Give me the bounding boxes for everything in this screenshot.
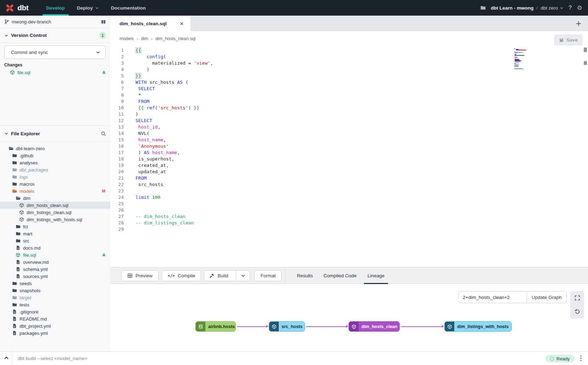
folder-icon (12, 181, 17, 186)
tree-item-.github[interactable]: .github (0, 152, 110, 159)
line-number: 2 (110, 54, 128, 60)
line-number: 9 (110, 98, 128, 105)
commit-options-dropdown[interactable] (90, 46, 105, 59)
tree-item-dim_listings_with_hosts.sql[interactable]: dim_listings_with_hosts.sql (0, 216, 110, 223)
breadcrumb-models[interactable]: models (120, 36, 134, 41)
lineage-filter-input[interactable] (458, 291, 527, 303)
breadcrumb-dim[interactable]: dim (141, 36, 148, 41)
commit-and-sync-button[interactable]: Commit and sync (4, 45, 106, 59)
tree-item-fct[interactable]: fct (0, 223, 110, 230)
tab-dim-hosts-clean[interactable]: dim_hosts_clean.sql (110, 16, 191, 32)
nav-develop[interactable]: Develop (46, 5, 65, 11)
tree-item-overview.md[interactable]: overview.md (0, 258, 110, 266)
tree-item-docs.md[interactable]: docs.md (0, 244, 110, 251)
git-branch-row[interactable]: mwong-dev-branch (0, 16, 110, 28)
toolbar-divider (285, 267, 285, 284)
file-icon (12, 316, 17, 321)
tree-item-models[interactable]: modelsM (0, 187, 110, 195)
tab-compiled-code[interactable]: Compiled Code (323, 273, 356, 278)
tree-item-dim_hosts_clean.sql[interactable]: dim_hosts_clean.sql (0, 202, 110, 209)
ide-status-badge[interactable]: Ready (545, 355, 575, 363)
lineage-node-src_hosts[interactable]: src_hosts (269, 321, 305, 332)
command-input[interactable]: dbt build --select <model_name> (18, 352, 88, 365)
tree-item-README.md[interactable]: README.md (0, 315, 110, 322)
compile-button[interactable]: </> Compile (162, 270, 201, 281)
build-button[interactable]: Build (204, 271, 233, 281)
code-icon: </> (168, 273, 175, 278)
tree-item-label: tests (20, 302, 29, 307)
lineage-node-airbnb.hosts[interactable]: airbnb.hosts (195, 321, 236, 332)
editor-scrollbar[interactable] (584, 47, 587, 266)
breadcrumb: models › dim › dim_hosts_clean.sql (110, 31, 588, 47)
tree-item-seeds[interactable]: seeds (0, 280, 110, 287)
tree-item-dbt_packages[interactable]: dbt_packages (0, 166, 110, 173)
tree-item-schema.yml[interactable]: schema.yml (0, 266, 110, 273)
tree-item-tests[interactable]: tests (0, 301, 110, 308)
tree-item-mart[interactable]: mart (0, 230, 110, 237)
git-status-badge: A (102, 70, 105, 75)
editor-minimap[interactable] (514, 48, 528, 70)
nav-deploy[interactable]: Deploy (77, 5, 99, 11)
sidebar: mwong-dev-branch Version Control 1 Commi… (0, 16, 111, 352)
tree-item-label: dim_listings_clean.sql (27, 210, 71, 215)
account-switcher[interactable]: dbt Learn - mwong / dbt zero (491, 5, 564, 11)
project-selector[interactable]: dbt zero (540, 5, 564, 11)
tab-lineage[interactable]: Lineage (367, 273, 384, 278)
version-control-header[interactable]: Version Control 1 (0, 28, 110, 43)
help-icon[interactable]: ? (568, 5, 572, 11)
reset-view-icon[interactable] (575, 309, 580, 315)
scrollbar-thumb[interactable] (584, 61, 587, 65)
dbt-logo[interactable]: dbt (0, 3, 34, 13)
code-line-27: 27-- dim_hosts_clean (110, 213, 567, 220)
code-line-10: 10 {{ ref('src_hosts') }} (110, 105, 567, 111)
folder-icon (12, 295, 17, 300)
new-tab-button[interactable] (576, 21, 582, 27)
split-panels-icon[interactable] (101, 19, 106, 24)
tree-item-macros[interactable]: macros (0, 180, 110, 187)
scrollbar-thumb[interactable] (584, 48, 587, 52)
tree-item-dim[interactable]: dim (0, 195, 110, 202)
tree-item-label: sources.yml (23, 274, 48, 279)
fullscreen-icon[interactable] (575, 295, 580, 301)
tree-item-analyses[interactable]: analyses (0, 159, 110, 166)
gear-icon[interactable]: ⚙ (577, 5, 582, 11)
tree-item-dbt-learn-zero[interactable]: dbt-learn-zero (0, 145, 110, 152)
tab-results[interactable]: Results (297, 273, 313, 278)
file-icon (16, 267, 21, 272)
breadcrumb-file[interactable]: dim_hosts_clean.sql (155, 36, 195, 41)
kebab-menu-icon[interactable] (578, 354, 583, 362)
tree-item-target[interactable]: target (0, 294, 110, 301)
changed-file-row[interactable]: file.sql A (0, 69, 110, 76)
chevron-up-icon[interactable] (4, 355, 9, 361)
tree-item-packages.yml[interactable]: packages.yml (0, 329, 110, 337)
format-button[interactable]: Format (254, 270, 282, 281)
tree-item-sources.yml[interactable]: sources.yml (0, 273, 110, 280)
table-icon (127, 273, 133, 278)
tree-item-.gitignore[interactable]: .gitignore (0, 308, 110, 315)
tree-item-dim_listings_clean.sql[interactable]: dim_listings_clean.sql (0, 209, 110, 216)
code-pane[interactable]: 1{{2 config(3 materialized = 'view',4 )5… (110, 47, 567, 233)
tree-item-label: .github (20, 153, 33, 158)
code-editor[interactable]: 1{{2 config(3 materialized = 'view',4 )5… (110, 46, 588, 267)
code-line-2: 2 config( (110, 54, 567, 60)
tree-item-dbt_project.yml[interactable]: dbt_project.yml (0, 322, 110, 329)
tree-item-snapshots[interactable]: snapshots (0, 287, 110, 294)
search-icon[interactable] (101, 131, 106, 136)
close-icon[interactable] (179, 21, 184, 26)
code-line-29: 29 (110, 226, 567, 233)
tree-item-logs[interactable]: logs (0, 173, 110, 180)
file-explorer-header[interactable]: File Explorer (0, 126, 110, 142)
line-number: 5 (110, 73, 128, 79)
tree-item-src[interactable]: src (0, 237, 110, 244)
file-icon (12, 323, 17, 328)
tree-item-file.sql[interactable]: file.sqlA (0, 251, 110, 258)
save-button[interactable]: Save (554, 34, 583, 45)
preview-button[interactable]: Preview (121, 270, 159, 281)
build-options-dropdown[interactable] (236, 271, 250, 281)
line-number: 26 (110, 207, 128, 213)
lineage-node-dim_listings_with_hosts[interactable]: dim_listings_with_hosts (444, 321, 512, 332)
lineage-node-dim_hosts_clean[interactable]: dim_hosts_clean (349, 321, 400, 332)
tree-item-label: packages.yml (20, 331, 48, 336)
update-graph-button[interactable]: Update Graph (527, 291, 567, 303)
nav-documentation[interactable]: Documentation (111, 5, 146, 11)
